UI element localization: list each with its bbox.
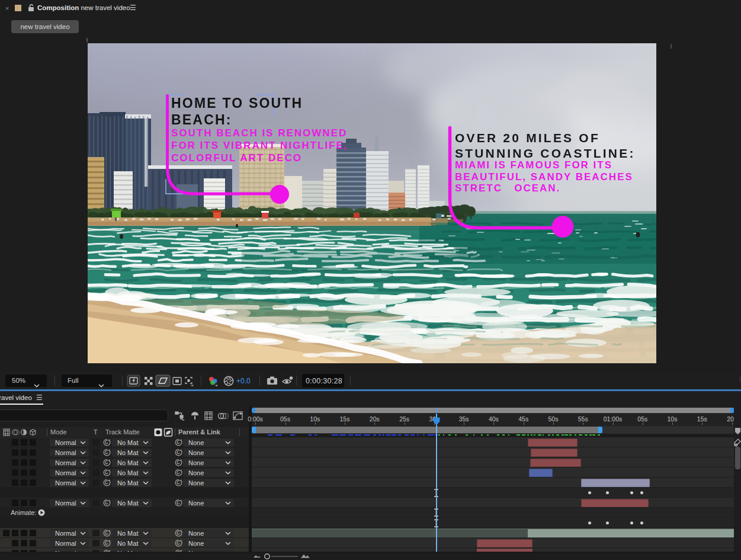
svg-text:+0.0: +0.0 bbox=[236, 377, 251, 385]
